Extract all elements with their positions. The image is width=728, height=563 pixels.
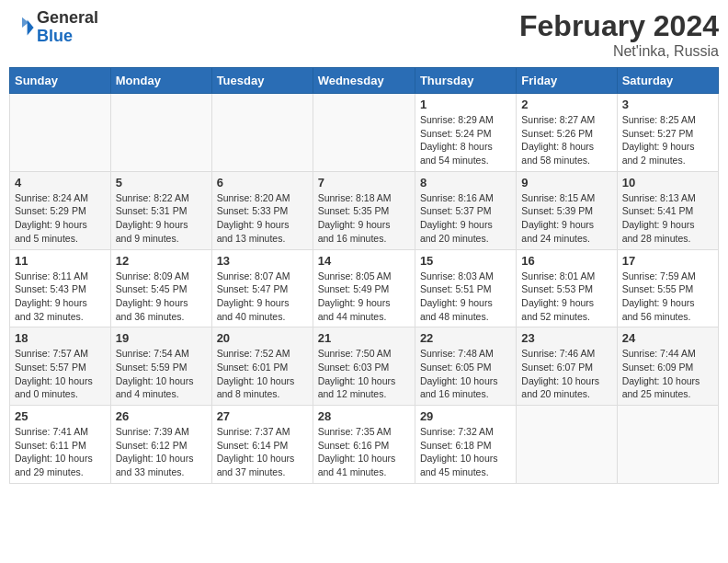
calendar-cell: 23Sunrise: 7:46 AM Sunset: 6:07 PM Dayli… bbox=[517, 327, 617, 406]
calendar-cell: 3Sunrise: 8:25 AM Sunset: 5:27 PM Daylig… bbox=[617, 94, 718, 172]
calendar-cell: 9Sunrise: 8:15 AM Sunset: 5:39 PM Daylig… bbox=[517, 171, 617, 249]
day-info: Sunrise: 8:18 AM Sunset: 5:35 PM Dayligh… bbox=[318, 191, 410, 246]
calendar-cell: 20Sunrise: 7:52 AM Sunset: 6:01 PM Dayli… bbox=[211, 327, 313, 406]
day-info: Sunrise: 8:09 AM Sunset: 5:45 PM Dayligh… bbox=[116, 270, 207, 324]
calendar-cell: 10Sunrise: 8:13 AM Sunset: 5:41 PM Dayli… bbox=[617, 171, 718, 249]
weekday-header-sunday: Sunday bbox=[10, 68, 111, 94]
day-number: 25 bbox=[15, 409, 106, 423]
day-info: Sunrise: 7:54 AM Sunset: 5:59 PM Dayligh… bbox=[116, 347, 207, 401]
day-number: 17 bbox=[622, 254, 713, 268]
calendar-cell: 15Sunrise: 8:03 AM Sunset: 5:51 PM Dayli… bbox=[415, 249, 516, 327]
week-row-1: 1Sunrise: 8:29 AM Sunset: 5:24 PM Daylig… bbox=[10, 94, 719, 172]
day-number: 4 bbox=[15, 176, 106, 190]
calendar-cell: 28Sunrise: 7:35 AM Sunset: 6:16 PM Dayli… bbox=[313, 406, 415, 484]
day-number: 29 bbox=[420, 409, 511, 423]
calendar-cell: 26Sunrise: 7:39 AM Sunset: 6:12 PM Dayli… bbox=[110, 406, 211, 484]
calendar-cell: 21Sunrise: 7:50 AM Sunset: 6:03 PM Dayli… bbox=[313, 327, 415, 406]
weekday-header-tuesday: Tuesday bbox=[211, 68, 313, 94]
calendar-cell bbox=[517, 406, 617, 484]
calendar-cell: 2Sunrise: 8:27 AM Sunset: 5:26 PM Daylig… bbox=[517, 94, 617, 172]
day-info: Sunrise: 8:15 AM Sunset: 5:39 PM Dayligh… bbox=[521, 191, 611, 246]
calendar-cell: 8Sunrise: 8:16 AM Sunset: 5:37 PM Daylig… bbox=[415, 171, 516, 249]
calendar-cell: 11Sunrise: 8:11 AM Sunset: 5:43 PM Dayli… bbox=[10, 249, 111, 327]
weekday-header-wednesday: Wednesday bbox=[313, 68, 415, 94]
calendar-cell: 6Sunrise: 8:20 AM Sunset: 5:33 PM Daylig… bbox=[211, 171, 313, 249]
day-number: 23 bbox=[521, 331, 611, 345]
calendar-cell bbox=[110, 94, 211, 172]
day-info: Sunrise: 7:32 AM Sunset: 6:18 PM Dayligh… bbox=[420, 425, 511, 479]
day-number: 7 bbox=[318, 176, 410, 190]
day-info: Sunrise: 8:01 AM Sunset: 5:53 PM Dayligh… bbox=[521, 270, 611, 324]
day-number: 8 bbox=[420, 176, 511, 190]
title-block: February 2024 Net'inka, Russia bbox=[519, 9, 719, 60]
day-number: 16 bbox=[521, 254, 611, 268]
calendar-cell: 29Sunrise: 7:32 AM Sunset: 6:18 PM Dayli… bbox=[415, 406, 516, 484]
day-number: 14 bbox=[318, 254, 410, 268]
day-info: Sunrise: 8:25 AM Sunset: 5:27 PM Dayligh… bbox=[622, 113, 713, 167]
day-info: Sunrise: 8:07 AM Sunset: 5:47 PM Dayligh… bbox=[217, 270, 308, 324]
day-info: Sunrise: 7:37 AM Sunset: 6:14 PM Dayligh… bbox=[217, 425, 308, 479]
calendar-cell: 14Sunrise: 8:05 AM Sunset: 5:49 PM Dayli… bbox=[313, 249, 415, 327]
logo-text: General Blue bbox=[37, 9, 98, 46]
day-info: Sunrise: 8:27 AM Sunset: 5:26 PM Dayligh… bbox=[521, 113, 611, 167]
location-subtitle: Net'inka, Russia bbox=[519, 43, 719, 60]
calendar-cell: 7Sunrise: 8:18 AM Sunset: 5:35 PM Daylig… bbox=[313, 171, 415, 249]
calendar-cell: 18Sunrise: 7:57 AM Sunset: 5:57 PM Dayli… bbox=[10, 327, 111, 406]
day-number: 5 bbox=[116, 176, 207, 190]
day-number: 13 bbox=[217, 254, 308, 268]
day-info: Sunrise: 7:59 AM Sunset: 5:55 PM Dayligh… bbox=[622, 270, 713, 324]
day-info: Sunrise: 8:11 AM Sunset: 5:43 PM Dayligh… bbox=[15, 270, 106, 324]
day-info: Sunrise: 8:05 AM Sunset: 5:49 PM Dayligh… bbox=[318, 270, 410, 324]
weekday-header-thursday: Thursday bbox=[415, 68, 516, 94]
calendar-cell bbox=[10, 94, 111, 172]
day-info: Sunrise: 8:16 AM Sunset: 5:37 PM Dayligh… bbox=[420, 191, 511, 246]
day-number: 18 bbox=[15, 331, 106, 345]
logo-general: General bbox=[37, 9, 98, 28]
day-number: 22 bbox=[420, 331, 511, 345]
day-info: Sunrise: 7:39 AM Sunset: 6:12 PM Dayligh… bbox=[116, 425, 207, 479]
day-info: Sunrise: 7:44 AM Sunset: 6:09 PM Dayligh… bbox=[622, 347, 713, 401]
day-number: 28 bbox=[318, 409, 410, 423]
day-number: 24 bbox=[622, 331, 713, 345]
calendar-cell bbox=[313, 94, 415, 172]
day-number: 10 bbox=[622, 176, 713, 190]
calendar-cell: 27Sunrise: 7:37 AM Sunset: 6:14 PM Dayli… bbox=[211, 406, 313, 484]
day-number: 19 bbox=[116, 331, 207, 345]
weekday-header-row: SundayMondayTuesdayWednesdayThursdayFrid… bbox=[10, 68, 719, 94]
week-row-5: 25Sunrise: 7:41 AM Sunset: 6:11 PM Dayli… bbox=[10, 406, 719, 484]
day-number: 20 bbox=[217, 331, 308, 345]
page-header: General Blue February 2024 Net'inka, Rus… bbox=[9, 9, 719, 60]
month-year-title: February 2024 bbox=[519, 9, 719, 43]
weekday-header-friday: Friday bbox=[517, 68, 617, 94]
calendar-cell: 22Sunrise: 7:48 AM Sunset: 6:05 PM Dayli… bbox=[415, 327, 516, 406]
logo-blue: Blue bbox=[37, 28, 98, 46]
calendar-cell: 24Sunrise: 7:44 AM Sunset: 6:09 PM Dayli… bbox=[617, 327, 718, 406]
day-info: Sunrise: 8:24 AM Sunset: 5:29 PM Dayligh… bbox=[15, 191, 106, 246]
calendar-cell: 13Sunrise: 8:07 AM Sunset: 5:47 PM Dayli… bbox=[211, 249, 313, 327]
day-info: Sunrise: 7:48 AM Sunset: 6:05 PM Dayligh… bbox=[420, 347, 511, 401]
calendar-table: SundayMondayTuesdayWednesdayThursdayFrid… bbox=[9, 67, 719, 484]
calendar-cell: 25Sunrise: 7:41 AM Sunset: 6:11 PM Dayli… bbox=[10, 406, 111, 484]
day-info: Sunrise: 7:57 AM Sunset: 5:57 PM Dayligh… bbox=[15, 347, 106, 401]
week-row-3: 11Sunrise: 8:11 AM Sunset: 5:43 PM Dayli… bbox=[10, 249, 719, 327]
day-number: 26 bbox=[116, 409, 207, 423]
day-info: Sunrise: 8:22 AM Sunset: 5:31 PM Dayligh… bbox=[116, 191, 207, 246]
day-number: 27 bbox=[217, 409, 308, 423]
week-row-4: 18Sunrise: 7:57 AM Sunset: 5:57 PM Dayli… bbox=[10, 327, 719, 406]
calendar-cell bbox=[211, 94, 313, 172]
day-number: 15 bbox=[420, 254, 511, 268]
day-number: 3 bbox=[622, 98, 713, 111]
day-number: 2 bbox=[521, 98, 611, 111]
day-number: 9 bbox=[521, 176, 611, 190]
calendar-cell: 12Sunrise: 8:09 AM Sunset: 5:45 PM Dayli… bbox=[110, 249, 211, 327]
calendar-cell bbox=[617, 406, 718, 484]
day-info: Sunrise: 7:41 AM Sunset: 6:11 PM Dayligh… bbox=[15, 425, 106, 479]
day-info: Sunrise: 8:03 AM Sunset: 5:51 PM Dayligh… bbox=[420, 270, 511, 324]
day-info: Sunrise: 8:29 AM Sunset: 5:24 PM Dayligh… bbox=[420, 113, 511, 167]
calendar-cell: 4Sunrise: 8:24 AM Sunset: 5:29 PM Daylig… bbox=[10, 171, 111, 249]
logo: General Blue bbox=[9, 9, 98, 46]
calendar-cell: 1Sunrise: 8:29 AM Sunset: 5:24 PM Daylig… bbox=[415, 94, 516, 172]
calendar-cell: 16Sunrise: 8:01 AM Sunset: 5:53 PM Dayli… bbox=[517, 249, 617, 327]
day-number: 12 bbox=[116, 254, 207, 268]
calendar-cell: 5Sunrise: 8:22 AM Sunset: 5:31 PM Daylig… bbox=[110, 171, 211, 249]
